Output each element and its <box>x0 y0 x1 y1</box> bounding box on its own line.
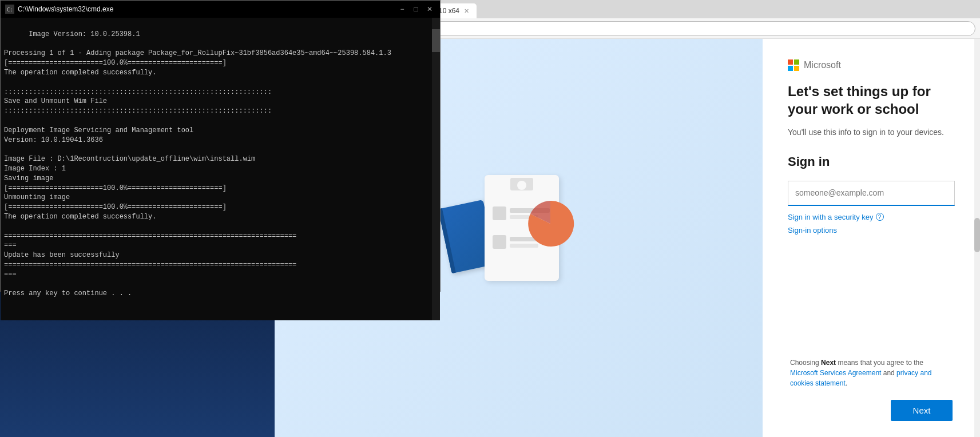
cmd-scrollbar-thumb <box>432 29 440 52</box>
cmd-window: C: C:\Windows\system32\cmd.exe − □ ✕ Ima… <box>0 0 441 292</box>
clipboard-clip <box>510 178 533 190</box>
footer-and-text: and <box>881 369 896 377</box>
ms-squares-logo <box>788 59 799 71</box>
footer-choosing-text: Choosing <box>790 359 821 367</box>
email-input[interactable] <box>788 181 955 206</box>
footer-period: . <box>846 379 847 387</box>
cmd-titlebar-left: C: C:\Windows\system32\cmd.exe <box>5 5 113 14</box>
ms-square-green <box>794 59 799 65</box>
scrollbar-thumb <box>974 218 980 252</box>
form-scrollbar[interactable] <box>974 39 980 437</box>
email-input-wrapper <box>788 181 955 206</box>
footer-text: Choosing Next means that you agree to th… <box>790 357 953 388</box>
cmd-minimize-button[interactable]: − <box>396 3 408 15</box>
signin-title: Sign in <box>788 154 955 169</box>
microsoft-logo-text: Microsoft <box>804 60 841 70</box>
pie-chart-illustration <box>525 198 576 252</box>
cmd-close-button[interactable]: ✕ <box>424 3 435 15</box>
cmd-window-controls: − □ ✕ <box>396 3 435 15</box>
cmd-title-text: C:\Windows\system32\cmd.exe <box>18 5 113 13</box>
clipboard-icon-2 <box>493 235 506 249</box>
clipboard-hole <box>517 181 526 190</box>
ms-signin-form: Microsoft Let's set things up for your w… <box>763 39 980 437</box>
svg-text:C:: C: <box>7 7 13 13</box>
cmd-content-text: Image Version: 10.0.25398.1 Processing 1… <box>4 30 391 298</box>
ms-square-red <box>788 59 793 65</box>
cmd-titlebar: C: C:\Windows\system32\cmd.exe − □ ✕ <box>1 1 440 18</box>
signin-footer: Choosing Next means that you agree to th… <box>790 357 953 421</box>
setup-subtext: You'll use this info to sign in to your … <box>788 127 955 138</box>
security-key-link[interactable]: Sign in with a security key ? <box>788 213 955 221</box>
cmd-icon: C: <box>5 5 14 14</box>
illustration-wrapper <box>445 164 593 312</box>
cmd-scrollbar[interactable] <box>432 18 440 320</box>
next-button[interactable]: Next <box>891 400 953 421</box>
microsoft-logo: Microsoft <box>788 59 955 71</box>
footer-next-bold: Next <box>821 359 836 367</box>
ms-square-blue <box>788 66 793 71</box>
signin-options-link[interactable]: Sign-in options <box>788 226 955 235</box>
security-key-label: Sign in with a security key <box>788 213 874 221</box>
next-button-row: Next <box>790 400 953 421</box>
ms-services-agreement-link[interactable]: Microsoft Services Agreement <box>790 369 881 377</box>
ms-square-yellow <box>794 66 799 71</box>
cmd-output: Image Version: 10.0.25398.1 Processing 1… <box>1 18 440 320</box>
win10-tab-close[interactable]: ✕ <box>462 6 471 16</box>
footer-agree-text: means that you agree to the <box>836 359 923 367</box>
clipboard-icon-1 <box>493 206 506 220</box>
setup-heading: Let's set things up for your work or sch… <box>788 82 955 118</box>
help-icon: ? <box>876 213 884 221</box>
cmd-maximize-button[interactable]: □ <box>410 3 422 15</box>
